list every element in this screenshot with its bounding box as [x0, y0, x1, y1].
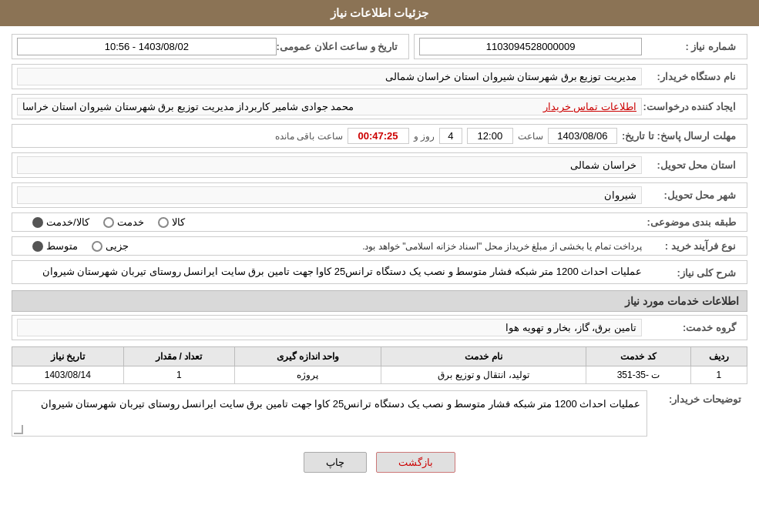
col-row-num: ردیف — [690, 347, 747, 366]
deadline-date: 1403/08/06 — [548, 128, 617, 144]
radio-kala-khedmat — [32, 217, 43, 228]
purchase-note: پرداخت تمام یا بخشی از مبلغ خریداز محل "… — [362, 241, 642, 252]
category-option-1[interactable]: کالا — [158, 216, 185, 228]
creator-value: اطلاعات تماس خریدار محمد جوادی شامیر کار… — [17, 98, 642, 115]
need-number-value: 1103094528000009 — [419, 38, 642, 55]
category-label: طبقه بندی موضوعی: — [642, 216, 742, 228]
cell-service-name: تولید، انتقال و توزیع برق — [381, 366, 586, 384]
province-label: استان محل تحویل: — [642, 159, 742, 171]
buyer-name-value: مدیریت توزیع برق شهرستان شیروان استان خر… — [17, 68, 642, 85]
buyer-notes-text: عملیات احداث 1200 متر شبکه فشار متوسط و … — [41, 398, 640, 410]
category-option-2[interactable]: خدمت — [103, 216, 144, 228]
services-table-container: ردیف کد خدمت نام خدمت واحد اندازه گیری ت… — [12, 346, 747, 384]
col-service-name: نام خدمت — [381, 347, 586, 366]
service-group-value: تامین برق، گاز، بخار و تهویه هوا — [17, 319, 642, 336]
remaining-time: 00:47:25 — [348, 128, 409, 144]
col-unit: واحد اندازه گیری — [235, 347, 381, 366]
radio-khedmat — [103, 217, 114, 228]
creator-row: ایجاد کننده درخواست: اطلاعات تماس خریدار… — [12, 94, 747, 119]
print-button[interactable]: چاپ — [304, 452, 367, 473]
category-label-3: کالا/خدمت — [46, 216, 89, 228]
services-table: ردیف کد خدمت نام خدمت واحد اندازه گیری ت… — [12, 346, 747, 384]
province-value: خراسان شمالی — [17, 156, 642, 174]
cell-service-code: ت -35-351 — [586, 366, 690, 384]
date-value: 1403/08/02 - 10:56 — [17, 38, 277, 55]
category-option-3[interactable]: کالا/خدمت — [32, 216, 89, 228]
buyer-name-row: نام دستگاه خریدار: مدیریت توزیع برق شهرس… — [12, 64, 747, 89]
creator-label: ایجاد کننده درخواست: — [642, 101, 742, 112]
col-service-code: کد خدمت — [586, 347, 690, 366]
deadline-time: 12:00 — [467, 128, 513, 144]
purchase-label-2: متوسط — [46, 240, 78, 252]
need-number-label: شماره نیاز : — [642, 41, 742, 52]
services-header: اطلاعات خدمات مورد نیاز — [12, 290, 747, 312]
category-row: طبقه بندی موضوعی: کالا خدمت کالا/خدمت — [12, 212, 747, 232]
creator-link[interactable]: اطلاعات تماس خریدار — [543, 101, 636, 112]
deadline-row: مهلت ارسال پاسخ: تا تاریخ: 1403/08/06 سا… — [12, 124, 747, 148]
cell-date: 1403/08/14 — [12, 366, 124, 384]
time-label: ساعت — [518, 131, 543, 142]
buyer-name-label: نام دستگاه خریدار: — [642, 71, 742, 82]
days-label: روز و — [414, 131, 435, 142]
province-row: استان محل تحویل: خراسان شمالی — [12, 152, 747, 178]
cell-row-num: 1 — [690, 366, 747, 384]
city-label: شهر محل تحویل: — [642, 189, 742, 201]
category-label-2: خدمت — [117, 216, 144, 228]
general-desc-value: عملیات احداث 1200 متر شبکه فشار متوسط و … — [17, 266, 642, 277]
table-row: 1 ت -35-351 تولید، انتقال و توزیع برق پر… — [12, 366, 747, 384]
city-row: شهر محل تحویل: شیروان — [12, 182, 747, 208]
footer-buttons: بازگشت چاپ — [12, 443, 747, 480]
purchase-option-2[interactable]: متوسط — [32, 240, 78, 252]
radio-motavasset — [32, 241, 43, 252]
purchase-option-1[interactable]: جزیی — [92, 240, 129, 252]
creator-text: محمد جوادی شامیر کاربرداز مدیریت توزیع ب… — [22, 101, 354, 112]
purchase-label-1: جزیی — [106, 240, 129, 252]
col-quantity: تعداد / مقدار — [123, 347, 234, 366]
radio-jozi — [92, 241, 102, 252]
general-desc-label: شرح کلی نیاز: — [642, 266, 742, 279]
deadline-label: مهلت ارسال پاسخ: تا تاریخ: — [622, 130, 742, 142]
purchase-type-row: نوع فرآیند خرید : پرداخت تمام یا بخشی از… — [12, 236, 747, 256]
cell-unit: پروژه — [235, 366, 381, 384]
purchase-type-label: نوع فرآیند خرید : — [642, 240, 742, 252]
buyer-notes-label: توضیحات خریدار: — [647, 390, 747, 405]
service-group-row: گروه خدمت: تامین برق، گاز، بخار و تهویه … — [12, 315, 747, 340]
radio-kala — [158, 217, 169, 228]
buyer-notes-section: توضیحات خریدار: عملیات احداث 1200 متر شب… — [12, 390, 747, 437]
cell-quantity: 1 — [123, 366, 234, 384]
col-date: تاریخ نیاز — [12, 347, 124, 366]
date-label: تاریخ و ساعت اعلان عمومی: — [277, 41, 405, 52]
service-group-label: گروه خدمت: — [642, 322, 742, 333]
buyer-notes-value: عملیات احداث 1200 متر شبکه فشار متوسط و … — [12, 390, 647, 437]
deadline-days: 4 — [439, 128, 462, 144]
back-button[interactable]: بازگشت — [376, 452, 455, 473]
resize-handle — [14, 425, 23, 434]
remaining-label: ساعت باقی مانده — [275, 131, 343, 142]
city-value: شیروان — [17, 186, 642, 204]
category-label-1: کالا — [172, 216, 185, 228]
page-header: جزئیات اطلاعات نیاز — [0, 0, 759, 26]
